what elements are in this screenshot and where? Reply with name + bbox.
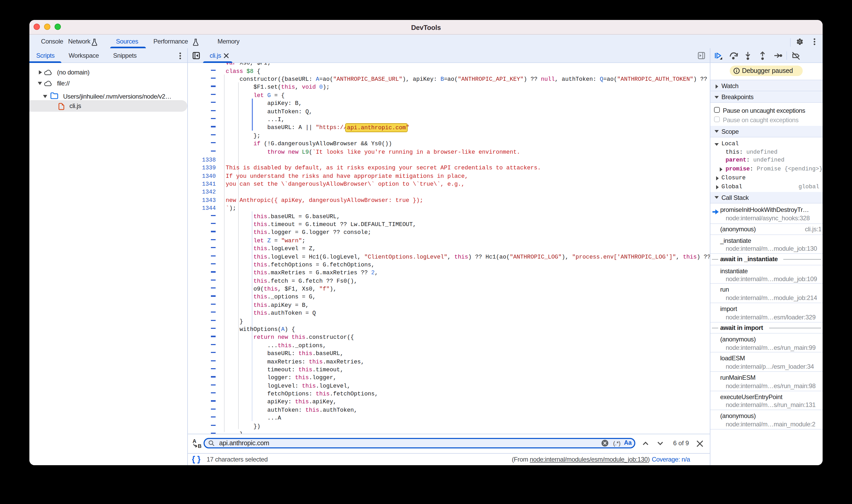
svg-text:A: A (193, 438, 196, 444)
svg-text:B: B (198, 443, 201, 448)
